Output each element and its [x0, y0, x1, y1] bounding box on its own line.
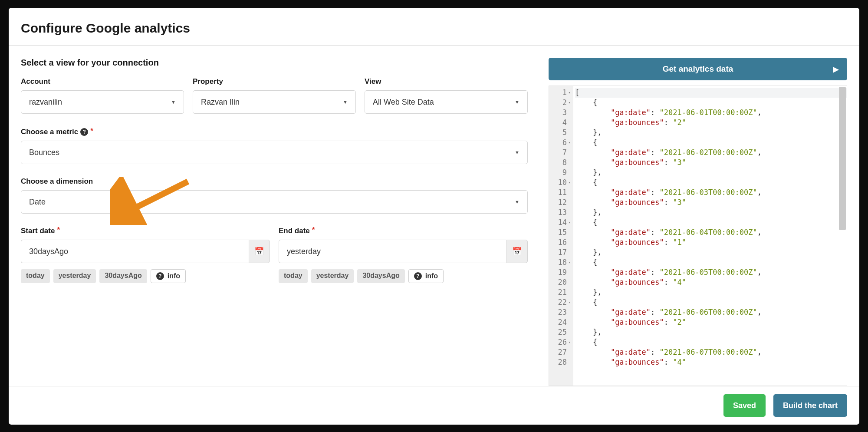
build-chart-button[interactable]: Build the chart: [773, 394, 847, 417]
label-property: Property: [193, 77, 356, 86]
start-date-picker-button[interactable]: 📅: [249, 240, 270, 263]
help-icon[interactable]: ?: [80, 128, 88, 136]
field-property: Property Razvan Ilin ▼: [193, 77, 356, 114]
chip-start-yesterday[interactable]: yesterday: [53, 269, 96, 283]
field-start-date: Start date * 30daysAgo 📅 today yesterda: [21, 227, 270, 283]
field-dimension: Choose a dimension Date ▼: [21, 177, 528, 214]
json-preview[interactable]: 1▾2▾3456▾78910▾11121314▾15161718▾1920212…: [549, 86, 847, 386]
label-dimension: Choose a dimension: [21, 177, 528, 186]
end-chips: today yesterday 30daysAgo ? info: [279, 269, 528, 283]
calendar-icon: 📅: [254, 247, 264, 256]
section-title: Select a view for your connection: [21, 58, 528, 68]
play-icon: ▶: [833, 65, 838, 73]
code-gutter: 1▾2▾3456▾78910▾11121314▾15161718▾1920212…: [549, 86, 573, 386]
chip-end-today[interactable]: today: [279, 269, 308, 283]
label-view: View: [365, 77, 528, 86]
scrollbar[interactable]: [839, 87, 846, 230]
help-icon: ?: [414, 272, 422, 280]
required-mark: *: [90, 127, 93, 135]
select-metric[interactable]: Bounces ▼: [21, 141, 528, 164]
chip-end-30daysago[interactable]: 30daysAgo: [357, 269, 404, 283]
required-mark: *: [312, 226, 315, 234]
field-metric: Choose a metric ? * Bounces ▼: [21, 128, 528, 164]
chevron-down-icon: ▼: [515, 150, 519, 155]
preview-panel: Get analytics data ▶ 1▾2▾3456▾78910▾1112…: [549, 58, 847, 386]
chevron-down-icon: ▼: [515, 99, 519, 105]
chip-start-today[interactable]: today: [21, 269, 50, 283]
chevron-down-icon: ▼: [343, 99, 348, 105]
saved-button[interactable]: Saved: [723, 394, 766, 417]
calendar-icon: 📅: [512, 247, 522, 256]
chip-start-info[interactable]: ? info: [151, 269, 186, 283]
dates-row: Start date * 30daysAgo 📅 today yesterda: [21, 227, 528, 283]
select-view-value: All Web Site Data: [373, 98, 434, 107]
field-account: Account razvanilin ▼: [21, 77, 184, 114]
select-dimension-value: Date: [29, 198, 46, 207]
label-start: Start date *: [21, 227, 270, 235]
field-view: View All Web Site Data ▼: [365, 77, 528, 114]
code-body: [ { "ga:date": "2021-06-01T00:00:00Z", "…: [573, 86, 847, 386]
select-view[interactable]: All Web Site Data ▼: [365, 90, 528, 114]
chevron-down-icon: ▼: [171, 99, 176, 105]
modal-title: Configure Google analytics: [21, 21, 847, 36]
label-end: End date *: [279, 227, 528, 235]
label-account: Account: [21, 77, 184, 86]
select-metric-value: Bounces: [29, 148, 59, 157]
get-analytics-button[interactable]: Get analytics data ▶: [549, 58, 847, 80]
modal-body: Select a view for your connection Accoun…: [9, 46, 859, 386]
help-icon: ?: [156, 272, 164, 280]
field-end-date: End date * yesterday 📅 today yesterday: [279, 227, 528, 283]
connection-row: Account razvanilin ▼ Property Razvan Ili…: [21, 77, 528, 114]
chip-end-yesterday[interactable]: yesterday: [311, 269, 354, 283]
start-chips: today yesterday 30daysAgo ? info: [21, 269, 270, 283]
end-date-input[interactable]: yesterday: [279, 240, 506, 263]
select-dimension[interactable]: Date ▼: [21, 190, 528, 214]
select-property-value: Razvan Ilin: [201, 98, 240, 107]
chip-end-info[interactable]: ? info: [408, 269, 444, 283]
chip-start-30daysago[interactable]: 30daysAgo: [99, 269, 147, 283]
label-metric: Choose a metric ? *: [21, 128, 528, 136]
select-account[interactable]: razvanilin ▼: [21, 90, 184, 114]
select-account-value: razvanilin: [29, 98, 62, 107]
required-mark: *: [57, 226, 60, 234]
modal-footer: Saved Build the chart: [9, 386, 859, 425]
form-panel: Select a view for your connection Accoun…: [21, 58, 528, 386]
end-date-picker-button[interactable]: 📅: [506, 240, 528, 263]
config-modal: Configure Google analytics Select a view…: [9, 8, 859, 425]
start-date-input[interactable]: 30daysAgo: [21, 240, 249, 263]
chevron-down-icon: ▼: [515, 199, 519, 204]
modal-header: Configure Google analytics: [9, 8, 859, 46]
select-property[interactable]: Razvan Ilin ▼: [193, 90, 356, 114]
